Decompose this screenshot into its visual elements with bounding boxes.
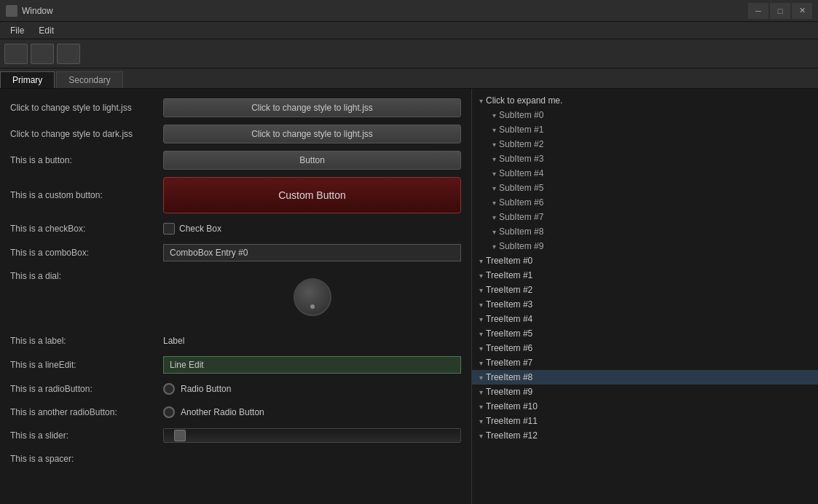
row-checkbox: This is a checkBox: Check Box: [0, 217, 471, 240]
maximize-button[interactable]: □: [770, 3, 790, 19]
treeitem10-label: TreeItem #10: [486, 401, 538, 412]
toolbar-button-1[interactable]: [4, 44, 28, 64]
app-icon: [6, 5, 17, 17]
normal-button[interactable]: Button: [163, 151, 461, 170]
tree-item-11[interactable]: ▾ TreeItem #11: [472, 414, 818, 428]
line-edit-input[interactable]: [163, 356, 461, 374]
dial-widget[interactable]: [294, 278, 331, 316]
tree-item-3[interactable]: ▾ TreeItem #3: [472, 297, 818, 312]
radio1-label: Radio Button: [181, 384, 231, 394]
btn-light-style[interactable]: Click to change style to light.jss: [163, 98, 461, 117]
checkbox-container[interactable]: Check Box: [163, 223, 461, 235]
label-button: This is a button:: [10, 155, 163, 165]
menu-file[interactable]: File: [3, 24, 31, 37]
subitem7-arrow: ▾: [492, 213, 496, 221]
subitem4-label: SubItem #4: [499, 168, 543, 178]
tree-subitem-2[interactable]: ▾ SubItem #2: [472, 137, 818, 151]
slider-track[interactable]: [163, 428, 461, 443]
label-dial: This is a dial:: [10, 271, 163, 281]
treeitem4-arrow: ▾: [479, 315, 483, 323]
window-controls: ─ □ ✕: [748, 3, 812, 19]
tree-item-9[interactable]: ▾ TreeItem #9: [472, 385, 818, 399]
tree-subitem-1[interactable]: ▾ SubItem #1: [472, 122, 818, 137]
treeitem5-label: TreeItem #5: [486, 328, 532, 339]
tree-item-8[interactable]: ▾ TreeItem #8: [472, 370, 818, 385]
tree-item-0[interactable]: ▾ TreeItem #0: [472, 253, 818, 268]
checkbox-box[interactable]: [163, 223, 175, 235]
control-slider: [163, 428, 461, 443]
subitem5-label: SubItem #5: [499, 183, 543, 193]
control-button: Button: [163, 151, 461, 170]
tree-item-6[interactable]: ▾ TreeItem #6: [472, 341, 818, 355]
window-title: Window: [22, 6, 53, 16]
checkbox-label: Check Box: [179, 224, 221, 234]
tab-secondary[interactable]: Secondary: [56, 71, 122, 88]
treeitem3-arrow: ▾: [479, 301, 483, 309]
subitem0-label: SubItem #0: [499, 110, 543, 120]
radio2-circle[interactable]: [163, 406, 175, 418]
radio2-container[interactable]: Another Radio Button: [163, 406, 461, 418]
left-panel: Click to change style to light.jss Click…: [0, 89, 472, 504]
row-light-style: Click to change style to light.jss Click…: [0, 95, 471, 121]
radio1-circle[interactable]: [163, 383, 175, 395]
tree-item-4[interactable]: ▾ TreeItem #4: [472, 312, 818, 326]
label-label: This is a label:: [10, 336, 163, 346]
slider-handle[interactable]: [174, 430, 186, 441]
toolbar-button-3[interactable]: [57, 44, 80, 64]
row-slider: This is a slider:: [0, 424, 471, 447]
tree-item-12[interactable]: ▾ TreeItem #12: [472, 428, 818, 443]
tree-subitem-4[interactable]: ▾ SubItem #4: [472, 166, 818, 181]
tree-subitem-9[interactable]: ▾ SubItem #9: [472, 239, 818, 253]
close-button[interactable]: ✕: [792, 3, 812, 19]
tree-item-5[interactable]: ▾ TreeItem #5: [472, 326, 818, 341]
row-dark-style: Click to change style to dark.jss Click …: [0, 121, 471, 147]
tree-item-2[interactable]: ▾ TreeItem #2: [472, 283, 818, 297]
label-checkbox: This is a checkBox:: [10, 224, 163, 234]
minimize-button[interactable]: ─: [748, 3, 768, 19]
title-bar: Window ─ □ ✕: [0, 0, 818, 22]
row-dial: This is a dial:: [0, 265, 471, 329]
subitem4-arrow: ▾: [492, 170, 496, 178]
custom-button[interactable]: Custom Button: [163, 177, 461, 213]
subitem3-label: SubItem #3: [499, 154, 543, 164]
control-checkbox: Check Box: [163, 223, 461, 235]
tree-subitem-8[interactable]: ▾ SubItem #8: [472, 224, 818, 239]
control-label: Label: [163, 336, 461, 346]
dial-indicator: [310, 304, 315, 309]
tree-subitem-5[interactable]: ▾ SubItem #5: [472, 181, 818, 195]
treeitem0-arrow: ▾: [479, 257, 483, 265]
treeitem11-label: TreeItem #11: [486, 416, 538, 426]
tab-primary[interactable]: Primary: [0, 71, 55, 88]
subitem5-arrow: ▾: [492, 184, 496, 192]
tree-expand-root[interactable]: ▾ Click to expand me.: [472, 93, 818, 108]
treeitem4-label: TreeItem #4: [486, 314, 532, 324]
btn-dark-style[interactable]: Click to change style to light.jss: [163, 125, 461, 143]
treeitem3-label: TreeItem #3: [486, 299, 532, 310]
treeitem2-arrow: ▾: [479, 286, 483, 294]
label-radio2: This is another radioButton:: [10, 407, 163, 417]
tree-subitem-7[interactable]: ▾ SubItem #7: [472, 210, 818, 224]
subitem1-arrow: ▾: [492, 126, 496, 134]
tree-expand-arrow: ▾: [479, 97, 483, 105]
tree-subitem-6[interactable]: ▾ SubItem #6: [472, 195, 818, 210]
static-label-value: Label: [163, 336, 184, 346]
subitem1-label: SubItem #1: [499, 125, 543, 135]
label-lineedit: This is a lineEdit:: [10, 360, 163, 370]
tree-subitem-0[interactable]: ▾ SubItem #0: [472, 108, 818, 122]
label-radio1: This is a radioButton:: [10, 384, 163, 394]
control-dark-style: Click to change style to light.jss: [163, 125, 461, 143]
label-custom-button: This is a custom button:: [10, 190, 163, 200]
row-label: This is a label: Label: [0, 329, 471, 353]
subitem6-arrow: ▾: [492, 199, 496, 207]
treeitem10-arrow: ▾: [479, 403, 483, 411]
treeitem9-arrow: ▾: [479, 388, 483, 396]
tree-item-7[interactable]: ▾ TreeItem #7: [472, 355, 818, 370]
tree-subitem-3[interactable]: ▾ SubItem #3: [472, 151, 818, 166]
menu-edit[interactable]: Edit: [31, 24, 61, 37]
toolbar-button-2[interactable]: [31, 44, 54, 64]
control-lineedit: [163, 356, 461, 374]
tree-item-10[interactable]: ▾ TreeItem #10: [472, 399, 818, 414]
tree-item-1[interactable]: ▾ TreeItem #1: [472, 268, 818, 283]
radio1-container[interactable]: Radio Button: [163, 383, 461, 395]
combobox-select[interactable]: ComboBox Entry #0 ComboBox Entry #1 Comb…: [163, 244, 461, 261]
